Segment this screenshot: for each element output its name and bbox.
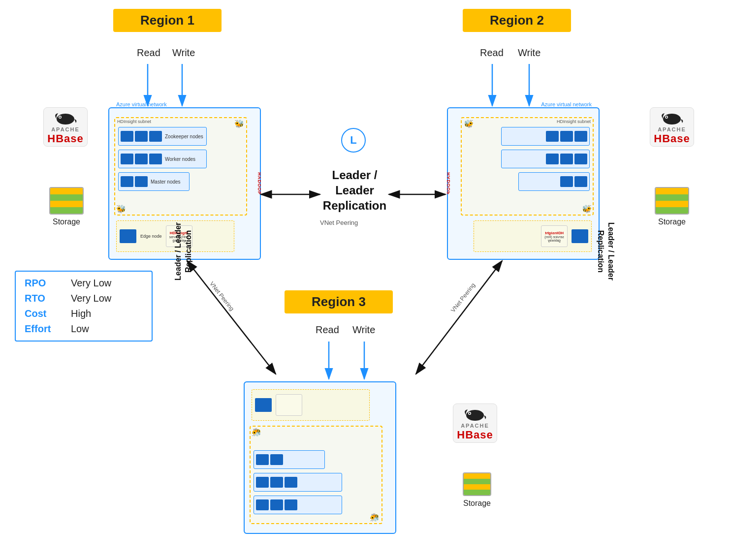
- master-label-r1: Master nodes: [151, 179, 181, 185]
- hbase-whale-icon-r3: [463, 405, 487, 423]
- region2-banner: Region 2: [463, 9, 571, 32]
- vnet-peering-label-left: VNet Peering: [208, 280, 235, 312]
- region1-azure-vnet-label: Azure virtual network: [114, 101, 169, 107]
- hbase-logo-r3: APACHE HBase: [453, 404, 497, 443]
- hbase-text-r2: HBase: [654, 132, 690, 145]
- effort-val: Low: [71, 323, 89, 335]
- hbase-logo-r2: APACHE HBase: [650, 107, 694, 147]
- hbase-whale-icon-r2: [660, 109, 684, 126]
- hadoop-label-r1: HADOOP: [257, 172, 262, 195]
- svg-point-17: [663, 114, 681, 124]
- hbase-logo-r1: APACHE HBase: [43, 107, 88, 147]
- svg-line-13: [416, 261, 502, 374]
- region1-write-label: Write: [172, 47, 195, 59]
- region3-cluster: 🐝 🐝: [244, 381, 396, 534]
- hdinsight-subnet-label: HDInsight subnet: [117, 119, 151, 124]
- region2-azure-vnet-label: Azure virtual network: [539, 101, 594, 107]
- rto-key: RTO: [25, 293, 59, 304]
- region3-read-label: Read: [316, 324, 339, 336]
- diagram-container: Region 1 Region 2 Region 3 Read Write Re…: [0, 0, 731, 560]
- svg-point-22: [469, 412, 471, 414]
- apache-text-r3: APACHE: [461, 423, 489, 429]
- svg-point-14: [57, 114, 74, 124]
- circle-l-icon: L: [341, 128, 366, 153]
- worker-label-r1: Worker nodes: [165, 156, 195, 162]
- storage-label-r1: Storage: [53, 218, 80, 226]
- region2-write-label: Write: [518, 47, 540, 59]
- leader-replication-left-label: Leader / Leader Replication: [173, 202, 194, 301]
- storage-icon-r3: Storage: [463, 472, 491, 508]
- rpo-key: RPO: [25, 278, 59, 289]
- cost-val: High: [71, 308, 91, 319]
- svg-point-20: [466, 410, 484, 421]
- region1-banner: Region 1: [113, 9, 222, 32]
- storage-icon-r2: Storage: [655, 187, 689, 226]
- leader-replication-label: Leader / Leader Replication: [312, 167, 398, 214]
- svg-line-12: [187, 261, 276, 374]
- hbase-text-r1: HBase: [47, 132, 83, 145]
- vnet-peering-label-h: VNet Peering: [320, 219, 358, 226]
- apache-text-r2: APACHE: [658, 126, 686, 132]
- region1-read-label: Read: [137, 47, 160, 59]
- hbase-whale-icon-r1: [53, 109, 78, 126]
- region3-banner: Region 3: [285, 290, 393, 313]
- region2-read-label: Read: [480, 47, 504, 59]
- region3-write-label: Write: [352, 324, 375, 336]
- storage-icon-r1: Storage: [49, 187, 84, 226]
- vnet-peering-label-right: VNet Peering: [449, 282, 477, 314]
- info-box: RPO Very Low RTO Very Low Cost High Effo…: [15, 271, 153, 342]
- rpo-val: Very Low: [71, 278, 111, 289]
- zookeeper-label-r1: Zookeeper nodes: [165, 134, 203, 139]
- effort-key: Effort: [25, 323, 59, 335]
- storage-label-r3: Storage: [463, 499, 491, 508]
- svg-point-16: [60, 116, 61, 118]
- hdinsight-subnet-label-r2: HDInsight subnet: [557, 119, 591, 124]
- edge-node-label-r1: Edge node: [140, 234, 162, 239]
- svg-point-19: [666, 116, 667, 118]
- hbase-text-r3: HBase: [457, 429, 493, 441]
- leader-replication-right-label: Leader / Leader Replication: [595, 202, 616, 301]
- cost-key: Cost: [25, 308, 59, 319]
- apache-text-r1: APACHE: [51, 126, 80, 132]
- storage-label-r2: Storage: [658, 218, 686, 226]
- region2-cluster: Azure virtual network HDInsight subnet: [447, 107, 600, 260]
- rto-val: Very Low: [71, 293, 111, 304]
